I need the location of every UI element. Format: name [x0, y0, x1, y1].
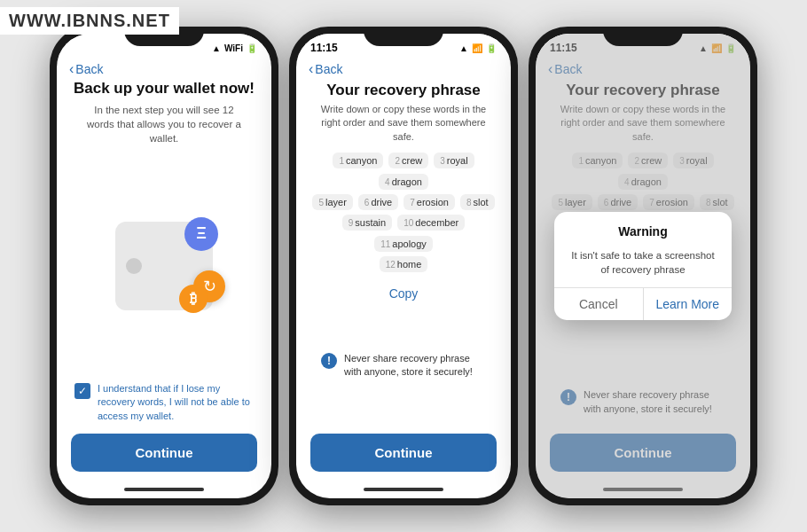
back-chevron-1: ‹	[69, 62, 74, 76]
home-bar-1	[124, 488, 204, 491]
modal-body: It isn't safe to take a screenshot of re…	[554, 248, 732, 287]
phone-3: 11:15 ▲📶🔋 ‹ Back Your recovery phrase Wr…	[529, 27, 757, 505]
warning-banner-2: ! Never share recovery phrase with anyon…	[310, 343, 497, 388]
word-10: 10december	[397, 215, 465, 231]
screen-subtitle-1: In the next step you will see 12 words t…	[71, 103, 257, 145]
word-7: 7erosion	[404, 194, 455, 210]
words-grid-2: 1canyon 2crew 3royal 4dragon 5layer 6dri…	[310, 153, 497, 272]
notch-2	[364, 27, 443, 46]
back-button-2[interactable]: ‹ Back	[309, 62, 342, 76]
word-11: 11apology	[374, 236, 433, 252]
word-2: 2crew	[388, 153, 428, 168]
words-row-2: 5layer 6drive 7erosion 8slot	[310, 194, 497, 210]
nav-bar-1[interactable]: ‹ Back	[57, 59, 271, 80]
status-icons-1: ▲WiFi🔋	[212, 43, 257, 53]
phone-2: 11:15 ▲📶🔋 ‹ Back Your recovery phrase Wr…	[289, 27, 518, 505]
words-row-3: 9sustain 10december 11apology	[310, 215, 497, 252]
words-row-4: 12home	[310, 256, 497, 272]
status-icons-2: ▲📶🔋	[459, 43, 497, 53]
recovery-subtitle-2: Write down or copy these words in the ri…	[310, 103, 497, 144]
notch-3	[603, 27, 683, 46]
modal-cancel-button[interactable]: Cancel	[554, 288, 644, 320]
watermark: WWW.IBNNS.NET	[0, 7, 179, 35]
continue-button-2[interactable]: Continue	[310, 434, 497, 472]
word-1: 1canyon	[333, 153, 383, 168]
nav-bar-2[interactable]: ‹ Back	[296, 59, 511, 80]
word-9: 9sustain	[342, 215, 392, 231]
back-button-1[interactable]: ‹ Back	[69, 62, 103, 76]
safe-handle	[126, 258, 142, 274]
back-label-2: Back	[315, 62, 342, 76]
word-8: 8slot	[460, 194, 495, 210]
warning-modal: Warning It isn't safe to take a screensh…	[554, 212, 732, 320]
status-time-2: 11:15	[310, 42, 338, 54]
word-6: 6drive	[358, 194, 398, 210]
home-bar-2	[364, 488, 443, 491]
copy-button[interactable]: Copy	[310, 281, 497, 306]
word-3: 3royal	[434, 153, 474, 168]
warning-text-2: Never share recovery phrase with anyone,…	[344, 352, 486, 379]
modal-actions: Cancel Learn More	[554, 288, 732, 320]
phone-1: ▲WiFi🔋 ‹ Back Back up your wallet now! I…	[50, 27, 278, 505]
modal-learn-button[interactable]: Learn More	[644, 288, 733, 320]
recovery-title-2: Your recovery phrase	[310, 82, 497, 99]
modal-header: Warning	[554, 212, 732, 248]
word-5: 5layer	[312, 194, 352, 210]
screen-title-1: Back up your wallet now!	[71, 80, 257, 98]
word-12: 12home	[380, 256, 428, 272]
word-4: 4dragon	[379, 174, 428, 190]
wallet-illustration: Ξ ↻ ₿	[71, 158, 257, 373]
eth-coin: Ξ	[184, 217, 218, 251]
recovery-checkbox[interactable]: ✓	[74, 383, 90, 399]
btc-coin: ₿	[179, 285, 208, 313]
checkbox-row[interactable]: ✓ I understand that if I lose my recover…	[71, 382, 257, 423]
warning-icon-2: !	[321, 353, 337, 369]
back-label-1: Back	[75, 62, 103, 76]
checkbox-label: I understand that if I lose my recovery …	[98, 382, 254, 423]
words-row-1: 1canyon 2crew 3royal 4dragon	[310, 153, 497, 190]
modal-title: Warning	[568, 224, 717, 239]
back-chevron-2: ‹	[309, 62, 313, 76]
continue-button-1[interactable]: Continue	[71, 434, 257, 472]
